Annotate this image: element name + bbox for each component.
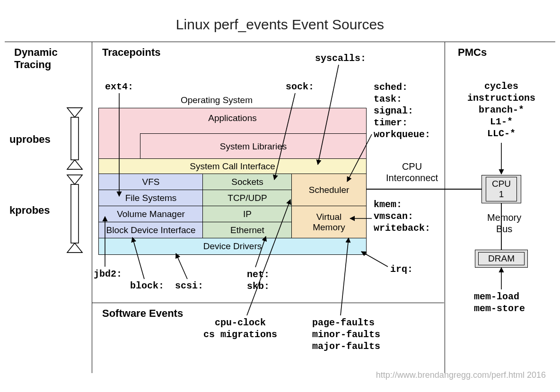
layer-ethernet: Ethernet — [202, 222, 292, 239]
label-pmc-mem: mem-load mem-store — [474, 291, 525, 314]
heading-dynamic-tracing: Dynamic Tracing — [14, 46, 58, 71]
svg-rect-1 — [71, 184, 79, 243]
hw-cpu-num: 1 — [499, 189, 504, 200]
label-kmem-group: kmem: vmscan: writeback: — [374, 199, 430, 234]
label-os: Operating System — [160, 95, 273, 105]
label-syscalls: syscalls: — [315, 53, 366, 64]
label-scsi: scsi: — [175, 280, 203, 291]
layer-virtual-memory: Virtual Memory — [291, 206, 367, 239]
layer-device-drivers: Device Drivers — [98, 238, 367, 255]
layer-block-device: Block Device Interface — [98, 222, 203, 239]
divider-col2 — [445, 42, 445, 373]
hw-cpu-label: CPU — [492, 179, 511, 189]
attribution: http://www.brendangregg.com/perf.html 20… — [376, 370, 546, 380]
hw-dram-label: DRAM — [488, 253, 515, 264]
layer-tcp-udp: TCP/UDP — [202, 190, 292, 207]
svg-rect-0 — [71, 117, 79, 160]
label-memory-bus: Memory Bus — [487, 212, 521, 235]
layer-applications: Applications — [208, 113, 256, 123]
layer-volume-manager: Volume Manager — [98, 206, 203, 223]
heading-software-events: Software Events — [102, 307, 183, 320]
label-jbd2: jbd2: — [94, 269, 122, 279]
layer-vfs: VFS — [98, 174, 203, 191]
label-fault-events: page-faults minor-faults major-faults — [312, 317, 380, 352]
label-net-group: net: skb: — [247, 269, 270, 292]
label-uprobes: uprobes — [9, 133, 51, 146]
label-cpu-events: cpu-clock cs migrations — [203, 317, 277, 340]
label-kprobes: kprobes — [9, 204, 50, 217]
hw-cpu-inner: CPU 1 — [486, 177, 517, 201]
page-title: Linux perf_events Event Sources — [0, 17, 560, 33]
layer-sockets: Sockets — [202, 174, 292, 191]
hw-dram-box: DRAM — [475, 250, 528, 268]
layer-file-systems: File Systems — [98, 190, 203, 207]
label-ext4: ext4: — [105, 81, 133, 92]
hw-dram-inner: DRAM — [478, 252, 525, 265]
label-sock: sock: — [286, 81, 314, 92]
divider-top — [5, 42, 555, 42]
layer-system-libraries: System Libraries — [140, 133, 367, 159]
label-sched-group: sched: task: signal: timer: workqueue: — [374, 81, 430, 140]
label-pmc-cpu: cycles instructions branch-* L1-* LLC-* — [454, 80, 549, 139]
label-block: block: — [130, 280, 164, 291]
svg-line-10 — [176, 253, 187, 279]
hw-cpu-box: CPU 1 — [481, 175, 521, 203]
heading-tracepoints: Tracepoints — [102, 46, 160, 59]
layer-ip: IP — [202, 206, 292, 223]
label-cpu-interconnect: CPU Interconnect — [386, 161, 438, 183]
divider-col1 — [92, 42, 92, 373]
layer-scheduler: Scheduler — [291, 174, 367, 207]
divider-swevents — [92, 303, 444, 303]
heading-pmcs: PMCs — [458, 46, 487, 59]
layer-sci: System Call Interface — [98, 158, 367, 174]
label-irq: irq: — [390, 264, 413, 275]
